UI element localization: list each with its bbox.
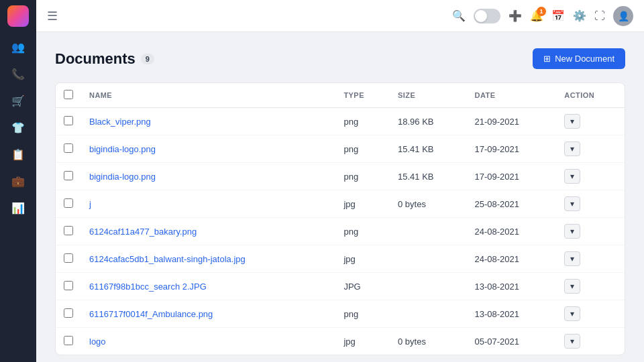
row-type-7: png <box>335 300 390 328</box>
row-size-5 <box>390 245 467 273</box>
row-name-7: 6116717f0014f_Ambulance.png <box>81 300 335 328</box>
row-checkbox-5[interactable] <box>64 253 73 263</box>
col-header-action: ACTION <box>556 83 625 108</box>
col-header-name: NAME <box>81 83 335 108</box>
action-button-4[interactable]: ▾ <box>564 224 580 239</box>
theme-toggle[interactable] <box>474 9 500 23</box>
table-row: j jpg 0 bytes 25-08-2021 ▾ <box>56 190 625 218</box>
settings-icon[interactable]: ⚙️ <box>573 9 586 22</box>
row-type-0: png <box>335 108 390 135</box>
row-name-2: bigindia-logo.png <box>81 163 335 190</box>
row-checkbox-2[interactable] <box>64 171 73 180</box>
file-link-1[interactable]: bigindia-logo.png <box>89 144 156 154</box>
col-header-date: DATE <box>467 83 557 108</box>
row-type-5: jpg <box>335 245 390 273</box>
row-size-8: 0 bytes <box>390 328 467 355</box>
row-date-2: 17-09-2021 <box>467 163 557 190</box>
sidebar-item-charts[interactable]: 📊 <box>6 196 30 220</box>
new-doc-label: New Document <box>555 54 614 64</box>
row-type-4: png <box>335 218 390 245</box>
menu-icon[interactable]: ☰ <box>47 9 58 23</box>
action-button-2[interactable]: ▾ <box>564 169 580 184</box>
table-row: 6116717f0014f_Ambulance.png png 13-08-20… <box>56 300 625 328</box>
file-link-0[interactable]: Black_viper.png <box>89 117 151 127</box>
row-type-6: JPG <box>335 273 390 300</box>
action-button-7[interactable]: ▾ <box>564 306 580 321</box>
table-row: Black_viper.png png 18.96 KB 21-09-2021 … <box>56 108 625 135</box>
table-row: 6124caf11a477_bakary.png png 24-08-2021 … <box>56 218 625 245</box>
sidebar-item-cart[interactable]: 🛒 <box>6 88 30 113</box>
header-checkbox-cell <box>56 83 81 108</box>
action-button-0[interactable]: ▾ <box>564 114 580 129</box>
search-icon[interactable]: 🔍 <box>452 9 466 22</box>
action-button-5[interactable]: ▾ <box>564 251 580 266</box>
row-checkbox-3[interactable] <box>64 198 73 208</box>
fullscreen-icon[interactable]: ⛶ <box>594 10 605 22</box>
row-action-1: ▾ <box>556 135 625 163</box>
row-date-6: 13-08-2021 <box>467 273 557 300</box>
col-header-type: TYPE <box>335 83 390 108</box>
action-button-6[interactable]: ▾ <box>564 279 580 294</box>
row-type-8: jpg <box>335 328 390 355</box>
row-type-1: png <box>335 135 390 163</box>
page-header: Documents 9 ⊞ New Document <box>55 48 625 69</box>
row-checkbox-cell <box>56 328 81 355</box>
table-body: Black_viper.png png 18.96 KB 21-09-2021 … <box>56 108 625 355</box>
table-row: bigindia-logo.png png 15.41 KB 17-09-202… <box>56 135 625 163</box>
file-link-4[interactable]: 6124caf11a477_bakary.png <box>89 227 197 237</box>
sidebar-item-users[interactable]: 👥 <box>6 35 30 59</box>
calendar-icon[interactable]: 📅 <box>551 9 565 22</box>
row-size-1: 15.41 KB <box>390 135 467 163</box>
sidebar-item-documents[interactable]: 📋 <box>6 142 30 166</box>
file-link-2[interactable]: bigindia-logo.png <box>89 172 156 182</box>
row-action-0: ▾ <box>556 108 625 135</box>
row-name-4: 6124caf11a477_bakary.png <box>81 218 335 245</box>
row-checkbox-1[interactable] <box>64 143 73 153</box>
sidebar-item-clothing[interactable]: 👕 <box>6 115 30 139</box>
table-row: logo jpg 0 bytes 05-07-2021 ▾ <box>56 328 625 355</box>
main-area: ☰ 🔍 ➕ 🔔 1 📅 ⚙️ ⛶ 👤 Documents 9 ⊞ New Doc… <box>36 0 644 362</box>
row-checkbox-4[interactable] <box>64 226 73 235</box>
row-action-6: ▾ <box>556 273 625 300</box>
row-name-1: bigindia-logo.png <box>81 135 335 163</box>
new-document-button[interactable]: ⊞ New Document <box>533 48 625 69</box>
row-date-8: 05-07-2021 <box>467 328 557 355</box>
add-icon[interactable]: ➕ <box>508 9 522 22</box>
action-button-1[interactable]: ▾ <box>564 141 580 156</box>
avatar[interactable]: 👤 <box>613 6 633 26</box>
table-row: bigindia-logo.png png 15.41 KB 17-09-202… <box>56 163 625 190</box>
sidebar: 👥 📞 🛒 👕 📋 💼 📊 <box>0 0 36 362</box>
row-action-5: ▾ <box>556 245 625 273</box>
row-checkbox-0[interactable] <box>64 116 73 125</box>
row-date-4: 24-08-2021 <box>467 218 557 245</box>
row-action-2: ▾ <box>556 163 625 190</box>
row-size-7 <box>390 300 467 328</box>
table-row: 61167f98b1bcc_search 2.JPG JPG 13-08-202… <box>56 273 625 300</box>
page-title: Documents <box>55 50 136 68</box>
file-link-3[interactable]: j <box>89 199 91 209</box>
action-button-8[interactable]: ▾ <box>564 334 580 349</box>
notification-badge: 1 <box>537 7 546 16</box>
file-link-7[interactable]: 6116717f0014f_Ambulance.png <box>89 309 213 319</box>
row-checkbox-6[interactable] <box>64 281 73 290</box>
app-logo[interactable] <box>7 5 29 27</box>
row-size-3: 0 bytes <box>390 190 467 218</box>
row-checkbox-8[interactable] <box>64 336 73 345</box>
file-link-6[interactable]: 61167f98b1bcc_search 2.JPG <box>89 282 207 292</box>
row-date-5: 24-08-2021 <box>467 245 557 273</box>
row-action-7: ▾ <box>556 300 625 328</box>
row-action-8: ▾ <box>556 328 625 355</box>
row-checkbox-cell <box>56 190 81 218</box>
sidebar-item-briefcase[interactable]: 💼 <box>6 169 30 193</box>
row-type-3: jpg <box>335 190 390 218</box>
file-link-8[interactable]: logo <box>89 337 106 347</box>
header-checkbox[interactable] <box>64 90 73 99</box>
action-button-3[interactable]: ▾ <box>564 196 580 211</box>
row-date-1: 17-09-2021 <box>467 135 557 163</box>
table-row: 6124cafac5db1_balwant-singh-jatola.jpg j… <box>56 245 625 273</box>
notification-icon[interactable]: 🔔 1 <box>530 9 543 22</box>
row-action-3: ▾ <box>556 190 625 218</box>
row-checkbox-7[interactable] <box>64 308 73 318</box>
sidebar-item-calls[interactable]: 📞 <box>6 62 30 86</box>
file-link-5[interactable]: 6124cafac5db1_balwant-singh-jatola.jpg <box>89 254 246 264</box>
